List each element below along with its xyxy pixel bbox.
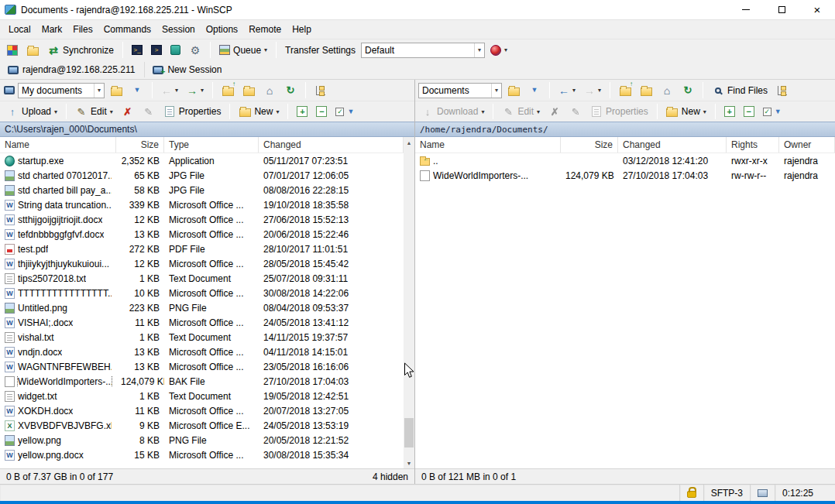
file-row[interactable]: widget.txt 1 KB Text Document 19/05/2018… bbox=[0, 389, 404, 403]
remote-refresh-button[interactable]: ↻ bbox=[679, 83, 697, 98]
file-row[interactable]: vishal.txt 1 KB Text Document 14/11/2015… bbox=[0, 330, 404, 345]
sync-browsing-button[interactable] bbox=[167, 43, 184, 57]
file-row[interactable]: XOKDH.docx 11 KB Microsoft Office ... 20… bbox=[0, 403, 404, 418]
remote-forward-button[interactable]: →▾ bbox=[581, 83, 604, 98]
column-header-changed[interactable]: Changed bbox=[618, 137, 727, 153]
file-row[interactable]: thjiiykyjthjuykukuioui... 12 KB Microsof… bbox=[0, 256, 404, 271]
remote-path-bar[interactable]: /home/rajendra/Documents/ bbox=[415, 122, 835, 137]
local-select-button[interactable]: + bbox=[294, 105, 311, 118]
local-parent-directory-button[interactable]: ↑ bbox=[218, 83, 237, 98]
site-manager-button[interactable] bbox=[23, 43, 42, 58]
session-grid-button[interactable] bbox=[4, 43, 21, 57]
menu-help[interactable]: Help bbox=[287, 22, 317, 37]
synchronize-button[interactable]: ⇄ Synchronize bbox=[44, 43, 117, 58]
remote-delete-button[interactable]: ✗ bbox=[545, 104, 564, 119]
file-row[interactable]: tips25072018.txt 1 KB Text Document 25/0… bbox=[0, 271, 404, 286]
new-session-button[interactable]: New Session bbox=[145, 62, 229, 77]
local-unselect-button[interactable]: − bbox=[313, 105, 330, 118]
remote-directory-select[interactable]: Documents ▾ bbox=[418, 83, 502, 98]
scroll-down-icon[interactable]: ▼ bbox=[404, 458, 414, 468]
upload-button[interactable]: ↑ Upload ▾ bbox=[3, 104, 60, 119]
local-delete-button[interactable]: ✗ bbox=[119, 104, 137, 119]
remote-unselect-button[interactable]: − bbox=[741, 105, 758, 118]
remote-rename-button[interactable]: ✎ bbox=[566, 104, 585, 119]
menu-options[interactable]: Options bbox=[201, 22, 243, 37]
local-properties-button[interactable]: Properties bbox=[160, 104, 225, 119]
local-back-button[interactable]: ←▾ bbox=[158, 83, 181, 98]
local-vertical-scrollbar[interactable]: ▲ ▼ bbox=[404, 137, 414, 468]
transfer-options-button[interactable]: ▾ bbox=[487, 43, 510, 57]
file-row[interactable]: yellow.png.docx 15 KB Microsoft Office .… bbox=[0, 447, 404, 462]
maximize-button[interactable] bbox=[764, 0, 799, 19]
file-row[interactable]: WAGNTNFBFEWBEH... 13 KB Microsoft Office… bbox=[0, 359, 404, 374]
file-row[interactable]: test.pdf 272 KB PDF File 28/10/2017 11:0… bbox=[0, 242, 404, 256]
column-header-size[interactable]: Size bbox=[561, 137, 618, 153]
local-new-button[interactable]: New ▾ bbox=[235, 104, 282, 119]
file-row[interactable]: yellow.png 8 KB PNG File 20/05/2018 12:2… bbox=[0, 433, 404, 447]
column-header-owner[interactable]: Owner bbox=[779, 137, 835, 153]
local-rename-button[interactable]: ✎ bbox=[139, 104, 158, 119]
putty-button[interactable]: > bbox=[148, 43, 165, 57]
file-row[interactable]: Untitled.png 223 KB PNG File 08/04/2018 … bbox=[0, 300, 404, 315]
menu-remote[interactable]: Remote bbox=[243, 22, 287, 37]
remote-properties-button[interactable]: Properties bbox=[587, 104, 651, 119]
file-row[interactable]: .. 03/12/2018 12:41:20 rwxr-xr-x rajendr… bbox=[415, 153, 835, 168]
local-filter-button[interactable]: ▼ bbox=[128, 83, 146, 98]
local-directory-tree-button[interactable] bbox=[311, 83, 330, 98]
column-header-name[interactable]: Name bbox=[415, 137, 561, 153]
local-root-directory-button[interactable] bbox=[239, 83, 258, 98]
file-row[interactable]: XVBVBDFVBJVBFG.xlsx 9 KB Microsoft Offic… bbox=[0, 418, 404, 433]
file-row[interactable]: VISHAI;.docx 11 KB Microsoft Office ... … bbox=[0, 315, 404, 330]
remote-root-directory-button[interactable] bbox=[637, 83, 655, 98]
preferences-button[interactable]: ⚙ bbox=[186, 43, 204, 58]
local-open-directory-button[interactable] bbox=[107, 83, 125, 98]
file-row[interactable]: std charted bill pay_a... 58 KB JPG File… bbox=[0, 183, 404, 197]
find-files-button[interactable]: Find Files bbox=[709, 83, 771, 98]
remote-directory-tree-button[interactable] bbox=[773, 83, 792, 98]
local-home-directory-button[interactable]: ⌂ bbox=[260, 83, 279, 98]
file-row[interactable]: startup.exe 2,352 KB Application 05/11/2… bbox=[0, 153, 404, 168]
file-row[interactable]: WideWorldImporters-... 124,079 KB 27/10/… bbox=[415, 168, 835, 183]
security-status[interactable] bbox=[679, 485, 703, 501]
menu-session[interactable]: Session bbox=[156, 22, 201, 37]
download-button[interactable]: ↓ Download ▾ bbox=[418, 104, 487, 119]
local-refresh-button[interactable]: ↻ bbox=[281, 83, 300, 98]
remote-selection-filter-button[interactable]: ✓▼ bbox=[760, 106, 785, 118]
column-header-rights[interactable]: Rights bbox=[727, 137, 779, 153]
local-path-bar[interactable]: C:\Users\rajen_000\Documents\ bbox=[0, 122, 414, 137]
scroll-up-icon[interactable]: ▲ bbox=[404, 137, 414, 148]
menu-files[interactable]: Files bbox=[67, 22, 98, 37]
local-selection-filter-button[interactable]: ✓▼ bbox=[332, 106, 357, 118]
file-row[interactable]: std charted 07012017.... 65 KB JPG File … bbox=[0, 168, 404, 183]
menu-mark[interactable]: Mark bbox=[36, 22, 68, 37]
remote-edit-button[interactable]: ✎ Edit ▾ bbox=[499, 104, 543, 119]
column-header-size[interactable]: Size bbox=[116, 137, 164, 153]
column-header-type[interactable]: Type bbox=[164, 137, 259, 153]
session-status[interactable] bbox=[750, 485, 775, 501]
local-forward-button[interactable]: →▾ bbox=[184, 83, 207, 98]
menu-commands[interactable]: Commands bbox=[98, 22, 156, 37]
column-header-name[interactable]: Name bbox=[0, 137, 116, 153]
remote-parent-directory-button[interactable]: ↑ bbox=[616, 83, 634, 98]
remote-back-button[interactable]: ←▾ bbox=[555, 83, 579, 98]
file-row[interactable]: vndjn.docx 13 KB Microsoft Office ... 04… bbox=[0, 345, 404, 359]
protocol-status[interactable]: SFTP-3 bbox=[703, 485, 750, 501]
local-drive-select[interactable]: My documents ▾ bbox=[18, 83, 105, 98]
remote-home-directory-button[interactable]: ⌂ bbox=[658, 83, 676, 98]
close-button[interactable]: × bbox=[799, 0, 835, 19]
file-row[interactable]: tefdnbbbggfgfvf.docx 13 KB Microsoft Off… bbox=[0, 227, 404, 242]
file-row[interactable]: String data truncation... 339 KB Microso… bbox=[0, 197, 404, 212]
local-edit-button[interactable]: ✎ Edit ▾ bbox=[72, 104, 116, 119]
minimize-button[interactable] bbox=[728, 0, 764, 19]
scrollbar-track[interactable] bbox=[404, 148, 414, 458]
queue-button[interactable]: Queue ▾ bbox=[216, 43, 270, 57]
file-row[interactable]: stthijgoijgijtriojit.docx 12 KB Microsof… bbox=[0, 212, 404, 227]
transfer-settings-select[interactable]: Default ▾ bbox=[361, 43, 485, 58]
menu-local[interactable]: Local bbox=[3, 22, 36, 37]
remote-filter-button[interactable]: ▼ bbox=[525, 83, 544, 98]
remote-new-button[interactable]: New ▾ bbox=[663, 104, 710, 119]
column-header-changed[interactable]: Changed bbox=[259, 137, 404, 153]
session-tab[interactable]: rajendra@192.168.225.211 bbox=[3, 62, 145, 77]
file-row[interactable]: TTTTTTTTTTTTTTTT... 10 KB Microsoft Offi… bbox=[0, 286, 404, 300]
scrollbar-thumb[interactable] bbox=[404, 418, 414, 447]
